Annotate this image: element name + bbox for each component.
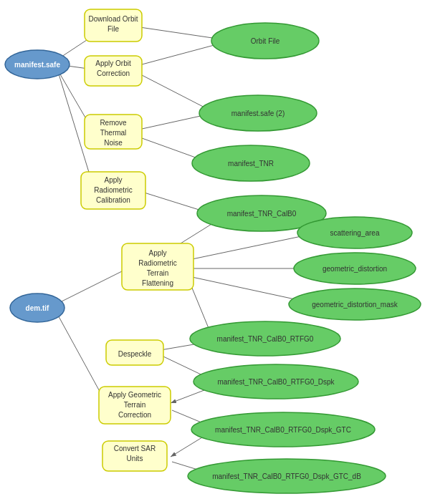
svg-text:manifest_TNR_CalB0_RTFG0_Dspk: manifest_TNR_CalB0_RTFG0_Dspk	[217, 378, 335, 386]
node-dem-tif: dem.tif	[10, 294, 64, 322]
svg-text:geometric_distortion: geometric_distortion	[322, 265, 387, 273]
svg-text:Orbit File: Orbit File	[251, 37, 280, 45]
node-convert-sar: Convert SAR Units	[102, 441, 167, 471]
svg-text:manifest.safe (2): manifest.safe (2)	[231, 110, 285, 117]
svg-text:Flattening: Flattening	[142, 279, 173, 287]
workflow-diagram: manifest.safe dem.tif Download Orbit Fil…	[0, 0, 430, 504]
node-manifest-dspk: manifest_TNR_CalB0_RTFG0_Dspk	[194, 364, 358, 399]
svg-text:File: File	[108, 25, 120, 33]
node-scattering-area: scattering_area	[297, 217, 412, 248]
svg-text:geometric_distortion_mask: geometric_distortion_mask	[312, 301, 398, 309]
svg-text:Correction: Correction	[97, 69, 130, 77]
svg-text:Apply: Apply	[148, 249, 166, 257]
svg-text:Remove: Remove	[100, 119, 127, 127]
svg-text:scattering_area: scattering_area	[330, 229, 380, 237]
node-despeckle: Despeckle	[106, 340, 163, 365]
svg-text:dem.tif: dem.tif	[26, 304, 49, 312]
node-apply-radiometric: Apply Radiometric Calibration	[81, 172, 145, 209]
svg-text:Thermal: Thermal	[100, 129, 127, 137]
node-apply-rtf: Apply Radiometric Terrain Flattening	[122, 243, 194, 290]
svg-text:manifest_TNR_CalB0: manifest_TNR_CalB0	[227, 210, 297, 218]
svg-text:Radiometric: Radiometric	[94, 186, 132, 194]
svg-text:Despeckle: Despeckle	[118, 350, 152, 358]
edge-rtf-geodistmask	[192, 277, 308, 302]
edge-dem-gtc	[56, 311, 106, 403]
svg-text:Terrain: Terrain	[147, 269, 169, 277]
svg-text:Apply Geometric: Apply Geometric	[108, 391, 161, 399]
svg-text:manifest_TNR: manifest_TNR	[228, 160, 274, 168]
svg-text:Apply: Apply	[104, 176, 122, 184]
svg-text:Calibration: Calibration	[96, 196, 130, 204]
svg-text:Download Orbit: Download Orbit	[89, 15, 138, 23]
node-download-orbit: Download Orbit File	[85, 9, 142, 42]
node-apply-gtc: Apply Geometric Terrain Correction	[99, 387, 171, 424]
svg-text:Units: Units	[127, 455, 143, 462]
node-manifest-rtfg0: manifest_TNR_CalB0_RTFG0	[190, 321, 340, 356]
svg-text:Radiometric: Radiometric	[138, 259, 176, 267]
node-geometric-distortion-mask: geometric_distortion_mask	[289, 289, 421, 320]
node-manifest-db: manifest_TNR_CalB0_RTFG0_Dspk_GTC_dB	[188, 459, 386, 493]
node-manifest-tnr: manifest_TNR	[192, 145, 310, 181]
node-manifest-gtc: manifest_TNR_CalB0_RTFG0_Dspk_GTC	[191, 412, 375, 447]
svg-text:Terrain: Terrain	[124, 401, 146, 409]
node-manifest-safe2: manifest.safe (2)	[199, 95, 317, 131]
svg-text:manifest_TNR_CalB0_RTFG0_Dspk_: manifest_TNR_CalB0_RTFG0_Dspk_GTC_dB	[212, 472, 361, 480]
svg-text:Correction: Correction	[118, 411, 151, 419]
svg-text:manifest.safe: manifest.safe	[14, 61, 60, 69]
svg-text:Convert SAR: Convert SAR	[114, 445, 156, 452]
svg-text:manifest_TNR_CalB0_RTFG0: manifest_TNR_CalB0_RTFG0	[217, 335, 314, 343]
node-manifest-safe: manifest.safe	[5, 50, 70, 79]
edge-applyorbit-orbit	[142, 43, 222, 64]
edge-rtf-scattering	[192, 235, 308, 259]
node-geometric-distortion: geometric_distortion	[294, 253, 416, 284]
svg-text:manifest_TNR_CalB0_RTFG0_Dspk_: manifest_TNR_CalB0_RTFG0_Dspk_GTC	[215, 426, 351, 434]
svg-text:Apply Orbit: Apply Orbit	[95, 59, 131, 67]
edge-applyorbit-manifest2	[142, 75, 211, 111]
node-apply-orbit: Apply Orbit Correction	[85, 56, 142, 86]
edge-download-orbit	[140, 27, 222, 39]
node-orbit-file: Orbit File	[211, 23, 319, 59]
svg-text:Noise: Noise	[104, 139, 123, 147]
node-remove-thermal: Remove Thermal Noise	[85, 115, 142, 149]
